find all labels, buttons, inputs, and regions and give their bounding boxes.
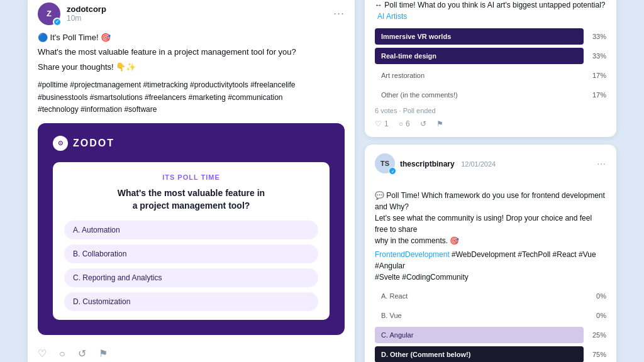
author-name: zodotcorp xyxy=(67,4,106,14)
right-author-section-2: TS ✓ thescriptbinary 12/01/2024 xyxy=(375,153,496,173)
retweet-button-1[interactable]: ↺ xyxy=(420,119,426,128)
poll-image-card: ⊙ ZODOT ITS POLL TIME What's the most va… xyxy=(38,123,345,335)
poll-option-d[interactable]: D. Customization xyxy=(64,292,318,311)
poll-bar-1[interactable]: Immersive VR worlds xyxy=(375,28,584,45)
comment-icon: ○ xyxy=(59,348,65,359)
poll2-option-row-4: D. Other (Comment below!) 75% xyxy=(375,346,606,362)
poll-pct-4: 17% xyxy=(589,91,606,99)
verified-badge-2: ✓ xyxy=(389,167,396,175)
poll-logo: ⊙ ZODOT xyxy=(53,136,330,151)
logo-icon: ⊙ xyxy=(53,136,68,151)
poll-options-card1: Immersive VR worlds 33% Real-time design… xyxy=(375,28,606,103)
comment-button[interactable]: ○ xyxy=(59,348,65,359)
right-post-text-1: ↔ Poll time! What do you think is AI art… xyxy=(375,0,606,22)
share-line: Share your thoughts! 👇✨ xyxy=(38,61,345,74)
post-body: 🔵 It's Poll Time! 🎯 What's the most valu… xyxy=(38,31,345,74)
avatar: Z ✓ xyxy=(38,3,60,25)
post-header: Z ✓ zodotcorp 10m ··· xyxy=(38,3,345,25)
verified-badge: ✓ xyxy=(53,18,62,26)
poll-inner-card: ITS POLL TIME What's the most valuable f… xyxy=(53,162,330,320)
poll-pct-1: 33% xyxy=(589,33,606,40)
post-time: 10m xyxy=(67,14,106,23)
poll2-pct-3: 25% xyxy=(589,331,606,339)
poll-meta-1: 6 votes · Poll ended xyxy=(375,107,606,114)
logo-text: ZODOT xyxy=(73,138,114,149)
heart-icon-1: ♡ xyxy=(375,119,382,128)
poll-option-row-2: Real-time design 33% xyxy=(375,48,606,64)
like-button[interactable]: ♡ xyxy=(38,348,47,359)
poll2-pct-4: 75% xyxy=(589,351,606,358)
right-more-options-2[interactable]: ··· xyxy=(597,158,606,168)
poll-option-b[interactable]: B. Collaboration xyxy=(64,244,318,263)
poll-label: ITS POLL TIME xyxy=(64,173,318,181)
poll2-bar-2[interactable]: B. Vue xyxy=(375,307,584,324)
right-author-name-2: thescriptbinary xyxy=(400,160,455,168)
poll-pct-2: 33% xyxy=(589,52,606,60)
right-card-1: AI ✓ ai.designawards 2d ··· ↔ Poll time!… xyxy=(365,0,616,137)
poll-option-a[interactable]: A. Automation xyxy=(64,221,318,239)
right-actions-1: ♡ 1 ○ 6 ↺ ⚑ xyxy=(375,119,606,128)
right-author-info-2: thescriptbinary 12/01/2024 xyxy=(400,158,496,169)
poll2-bar-1[interactable]: A. React xyxy=(375,288,584,304)
retweet-icon: ↺ xyxy=(78,348,86,359)
retweet-button[interactable]: ↺ xyxy=(78,348,86,359)
right-card-2: TS ✓ thescriptbinary 12/01/2024 ··· 💬 Po… xyxy=(365,145,616,362)
poll-question: What's the most valuable feature in a pr… xyxy=(64,187,318,212)
poll-bar-2[interactable]: Real-time design xyxy=(375,48,584,64)
poll-pct-3: 17% xyxy=(589,72,606,79)
poll2-bar-3[interactable]: C. Angular xyxy=(375,327,584,343)
poll2-bar-4[interactable]: D. Other (Comment below!) xyxy=(375,346,584,362)
hashtag-line-2: FrontendDevelopment #WebDevelopment #Tec… xyxy=(375,249,606,283)
hashtags: #polltime #projectmanagement #timetracki… xyxy=(38,79,345,116)
poll2-option-row-1: A. React 0% xyxy=(375,288,606,304)
author-info: zodotcorp 10m xyxy=(67,4,106,23)
flag-icon-1: ⚑ xyxy=(436,119,443,128)
highlight-link-1[interactable]: AI Artists xyxy=(377,12,407,21)
poll-title-line: 🔵 It's Poll Time! 🎯 xyxy=(38,31,345,44)
poll-option-row-4: Other (in the comments!) 17% xyxy=(375,87,606,103)
right-post-text-2: 💬 Poll Time! Which framework do you use … xyxy=(375,178,606,246)
right-column: AI ✓ ai.designawards 2d ··· ↔ Poll time!… xyxy=(365,0,616,362)
poll-option-c[interactable]: C. Reporting and Analytics xyxy=(64,268,318,287)
flag-icon: ⚑ xyxy=(99,348,108,359)
hashtag-highlight[interactable]: FrontendDevelopment xyxy=(375,250,450,259)
poll-option-row-1: Immersive VR worlds 33% xyxy=(375,28,606,45)
question-line: What's the most valuable feature in a pr… xyxy=(38,46,345,58)
poll-option-row-3: Art restoration 17% xyxy=(375,67,606,84)
heart-icon: ♡ xyxy=(38,348,47,359)
left-post-card: Z ✓ zodotcorp 10m ··· 🔵 It's Poll Time! … xyxy=(28,0,355,362)
post-author-section: Z ✓ zodotcorp 10m xyxy=(38,3,106,25)
comment-button-1[interactable]: ○ 6 xyxy=(399,119,410,128)
poll2-option-row-3: C. Angular 25% xyxy=(375,327,606,343)
poll2-pct-1: 0% xyxy=(589,292,606,300)
more-options-button[interactable]: ··· xyxy=(333,7,345,20)
right-post-header-2: TS ✓ thescriptbinary 12/01/2024 ··· xyxy=(375,153,606,173)
right-avatar-2: TS ✓ xyxy=(375,153,395,173)
share-button[interactable]: ⚑ xyxy=(99,348,108,359)
poll2-option-row-2: B. Vue 0% xyxy=(375,307,606,324)
poll-bar-4[interactable]: Other (in the comments!) xyxy=(375,87,584,103)
flag-button-1[interactable]: ⚑ xyxy=(436,119,443,128)
poll-bar-3[interactable]: Art restoration xyxy=(375,67,584,84)
comment-icon-1: ○ xyxy=(399,119,403,128)
retweet-icon-1: ↺ xyxy=(420,119,426,128)
poll2-pct-2: 0% xyxy=(589,312,606,319)
like-button-1[interactable]: ♡ 1 xyxy=(375,119,389,128)
post-actions: ♡ ○ ↺ ⚑ xyxy=(38,344,345,359)
right-time-2: 12/01/2024 xyxy=(461,160,496,168)
poll-options-card2: A. React 0% B. Vue 0% C. Angular 25% D. … xyxy=(375,288,606,362)
